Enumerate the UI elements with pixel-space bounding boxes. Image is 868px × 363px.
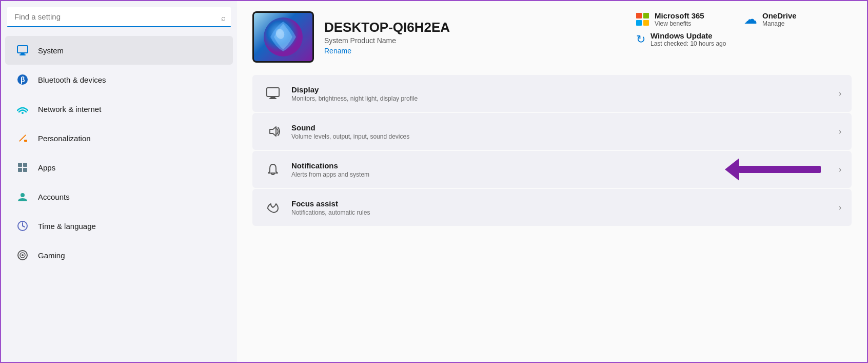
svg-line-15	[23, 226, 25, 227]
device-name: DESKTOP-QI6H2EA	[324, 20, 450, 35]
setting-card-display[interactable]: Display Monitors, brightness, night ligh…	[252, 75, 852, 112]
ms365-icon	[636, 13, 649, 26]
svg-rect-0	[17, 46, 28, 53]
bluetooth-icon: β	[15, 72, 30, 87]
gaming-icon	[15, 248, 30, 262]
main-content: DESKTOP-QI6H2EA System Product Name Rena…	[237, 1, 867, 362]
top-section: DESKTOP-QI6H2EA System Product Name Rena…	[252, 11, 852, 63]
svg-rect-8	[18, 163, 22, 167]
arrow-body	[739, 166, 821, 173]
display-desc: Monitors, brightness, night light, displ…	[291, 95, 834, 102]
svg-rect-10	[18, 168, 22, 172]
sidebar-nav-personalization[interactable]: Personalization	[5, 124, 233, 152]
sidebar: ⌕ SystemβBluetooth & devicesNetwork & in…	[1, 1, 237, 362]
ms365-service[interactable]: Microsoft 365 View benefits	[636, 11, 728, 27]
ms365-title: Microsoft 365	[655, 11, 704, 20]
service-row-top: Microsoft 365 View benefits ☁ OneDrive M…	[636, 11, 852, 27]
sound-text: Sound Volume levels, output, input, soun…	[291, 123, 834, 140]
sound-chevron: ›	[839, 127, 841, 136]
windows-update-icon: ↻	[636, 33, 645, 46]
ms365-text: Microsoft 365 View benefits	[655, 11, 704, 27]
sidebar-item-bluetooth: βBluetooth & devices	[1, 65, 237, 94]
search-input[interactable]	[7, 7, 231, 27]
rename-link[interactable]: Rename	[324, 47, 450, 55]
onedrive-text: OneDrive Manage	[762, 11, 797, 27]
sidebar-item-time: Time & language	[1, 212, 237, 240]
onedrive-service[interactable]: ☁ OneDrive Manage	[744, 11, 836, 27]
svg-rect-21	[267, 88, 279, 97]
setting-card-focus[interactable]: Focus assist Notifications, automatic ru…	[252, 189, 852, 226]
windows-update-service[interactable]: ↻ Windows Update Last checked: 10 hours …	[636, 31, 728, 47]
device-product-name: System Product Name	[324, 36, 450, 45]
sidebar-item-personalization: Personalization	[1, 124, 237, 152]
windows-update-text: Windows Update Last checked: 10 hours ag…	[650, 31, 726, 47]
display-text: Display Monitors, brightness, night ligh…	[291, 85, 834, 102]
sidebar-item-system: System	[1, 36, 237, 65]
search-container: ⌕	[7, 7, 231, 27]
setting-card-sound[interactable]: Sound Volume levels, output, input, soun…	[252, 113, 852, 150]
nav-list: SystemβBluetooth & devicesNetwork & inte…	[1, 35, 237, 270]
focus-text: Focus assist Notifications, automatic ru…	[291, 199, 834, 216]
windows-update-subtitle: Last checked: 10 hours ago	[650, 40, 726, 47]
sidebar-label-system: System	[38, 46, 64, 55]
apps-icon	[15, 160, 30, 175]
network-icon	[15, 102, 30, 116]
onedrive-icon: ☁	[744, 11, 757, 27]
sidebar-nav-time[interactable]: Time & language	[5, 212, 233, 240]
notifications-chevron: ›	[839, 165, 841, 174]
sidebar-label-time: Time & language	[38, 222, 96, 231]
sidebar-item-accounts: Accounts	[1, 182, 237, 211]
svg-rect-11	[23, 168, 27, 172]
system-icon	[15, 43, 30, 58]
sidebar-label-network: Network & internet	[38, 105, 101, 113]
top-services: Microsoft 365 View benefits ☁ OneDrive M…	[636, 11, 852, 47]
svg-point-18	[22, 254, 24, 256]
focus-title: Focus assist	[291, 199, 834, 208]
display-title: Display	[291, 85, 834, 94]
setting-card-notifications[interactable]: Notifications Alerts from apps and syste…	[252, 151, 852, 188]
sound-icon	[263, 121, 283, 142]
accounts-icon	[15, 189, 30, 204]
sidebar-nav-apps[interactable]: Apps	[5, 153, 233, 182]
sidebar-label-apps: Apps	[38, 163, 55, 172]
sound-desc: Volume levels, output, input, sound devi…	[291, 133, 834, 140]
sidebar-nav-bluetooth[interactable]: βBluetooth & devices	[5, 65, 233, 94]
notifications-icon	[263, 159, 283, 180]
display-chevron: ›	[839, 89, 841, 98]
service-row-bottom: ↻ Windows Update Last checked: 10 hours …	[636, 31, 852, 47]
search-icon: ⌕	[221, 13, 226, 22]
svg-rect-7	[24, 140, 27, 142]
svg-text:β: β	[21, 75, 25, 84]
sound-title: Sound	[291, 123, 834, 132]
svg-rect-1	[21, 53, 25, 54]
display-icon	[263, 83, 283, 104]
sidebar-label-bluetooth: Bluetooth & devices	[38, 75, 106, 84]
sidebar-nav-network[interactable]: Network & internet	[5, 94, 233, 123]
sidebar-nav-accounts[interactable]: Accounts	[5, 182, 233, 211]
sidebar-nav-gaming[interactable]: Gaming	[5, 241, 233, 270]
svg-rect-23	[269, 98, 277, 99]
svg-marker-24	[270, 127, 276, 136]
sidebar-label-personalization: Personalization	[38, 134, 91, 143]
sidebar-item-gaming: Gaming	[1, 241, 237, 270]
sidebar-item-network: Network & internet	[1, 94, 237, 123]
device-text: DESKTOP-QI6H2EA System Product Name Rena…	[324, 20, 450, 55]
device-info: DESKTOP-QI6H2EA System Product Name Rena…	[252, 11, 450, 63]
onedrive-subtitle: Manage	[762, 20, 797, 27]
focus-chevron: ›	[839, 203, 841, 212]
svg-point-5	[22, 112, 24, 114]
sidebar-item-apps: Apps	[1, 153, 237, 182]
arrow-head	[725, 158, 739, 181]
svg-point-12	[21, 193, 25, 197]
time-icon	[15, 219, 30, 233]
device-thumbnail	[252, 11, 314, 63]
svg-rect-2	[19, 54, 26, 55]
focus-icon	[263, 197, 283, 218]
sidebar-label-accounts: Accounts	[38, 193, 70, 201]
sidebar-nav-system[interactable]: System	[5, 36, 233, 65]
arrow-annotation	[725, 158, 821, 181]
personalization-icon	[15, 131, 30, 145]
ms365-subtitle: View benefits	[655, 20, 704, 27]
windows-update-title: Windows Update	[650, 31, 726, 40]
svg-rect-9	[23, 163, 27, 167]
